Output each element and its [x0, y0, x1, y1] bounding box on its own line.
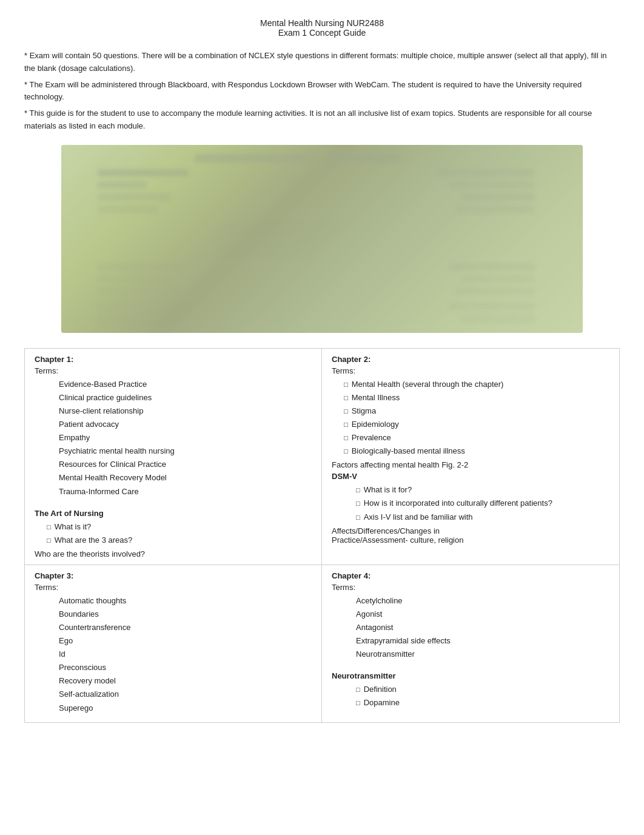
list-item: Self-actualization	[59, 688, 312, 701]
dsmv-list: What is it for? How is it incorporated i…	[332, 483, 609, 523]
chapter1-terms-label: Terms:	[35, 366, 312, 375]
list-item: Prevalence	[344, 431, 609, 444]
list-item: Countertransference	[59, 621, 312, 634]
list-item: Mental Health Recovery Model	[59, 471, 312, 485]
factors-text: Factors affecting mental health Fig. 2-2	[332, 460, 609, 469]
list-item: Preconscious	[59, 661, 312, 674]
intro-para3: * This guide is for the student to use t…	[24, 107, 620, 133]
list-item: Recovery model	[59, 674, 312, 688]
list-item: Biologically-based mental illness	[344, 444, 609, 458]
list-item: Psychiatric mental health nursing	[59, 444, 312, 458]
list-item: Agonist	[356, 608, 609, 621]
header-title-line2: Exam 1 Concept Guide	[24, 28, 620, 38]
chapter4-terms-label: Terms:	[332, 583, 609, 592]
list-item: Stigma	[344, 404, 609, 418]
intro-para2: * The Exam will be administered through …	[24, 79, 620, 104]
grid-row-1: Chapter 1: Terms: Evidence-Based Practic…	[25, 349, 619, 565]
list-item: How is it incorporated into culturally d…	[356, 497, 609, 510]
list-item: Acetylcholine	[356, 594, 609, 608]
list-item: Antagonist	[356, 621, 609, 634]
grid-row-2: Chapter 3: Terms: Automatic thoughts Bou…	[25, 565, 619, 722]
list-item: Ego	[59, 634, 312, 648]
chapter2-terms-label: Terms:	[332, 366, 609, 375]
blurred-image	[61, 145, 583, 333]
list-item: Id	[59, 648, 312, 661]
practice-text: Practice/Assessment- culture, religion	[332, 535, 609, 545]
list-item: Mental Illness	[344, 391, 609, 404]
list-item: Automatic thoughts	[59, 594, 312, 608]
list-item: Trauma-Informed Care	[59, 485, 312, 498]
neurotransmitter-title: Neurotransmitter	[332, 671, 609, 680]
chapter2-cell: Chapter 2: Terms: Mental Health (several…	[322, 349, 619, 565]
list-item: Mental Health (several through the chapt…	[344, 378, 609, 391]
content-grid: Chapter 1: Terms: Evidence-Based Practic…	[24, 348, 620, 723]
list-item: Nurse-client relationship	[59, 404, 312, 418]
list-item: What is it?	[47, 520, 312, 534]
chapter3-cell: Chapter 3: Terms: Automatic thoughts Bou…	[25, 565, 322, 722]
list-item: Dopamine	[356, 696, 609, 709]
art-of-nursing-list: What is it? What are the 3 areas?	[35, 520, 312, 547]
list-item: Definition	[356, 683, 609, 696]
dsmv-title: DSM-V	[332, 472, 609, 481]
chapter4-cell: Chapter 4: Terms: Acetylcholine Agonist …	[322, 565, 619, 722]
chapter1-terms-list: Evidence-Based Practice Clinical practic…	[35, 378, 312, 498]
list-item: Empathy	[59, 431, 312, 444]
page: Mental Health Nursing NUR2488 Exam 1 Con…	[0, 0, 644, 741]
affects-text: Affects/Differences/Changes in	[332, 526, 609, 535]
chapter3-title: Chapter 3:	[35, 571, 312, 580]
list-item: What is it for?	[356, 483, 609, 497]
chapter2-title: Chapter 2:	[332, 355, 609, 364]
intro-para1: * Exam will contain 50 questions. There …	[24, 50, 620, 75]
list-item: What are the 3 areas?	[47, 534, 312, 547]
list-item: Neurotransmitter	[356, 648, 609, 661]
chapter4-title: Chapter 4:	[332, 571, 609, 580]
intro-section: * Exam will contain 50 questions. There …	[24, 50, 620, 133]
chapter2-terms-list: Mental Health (several through the chapt…	[332, 378, 609, 458]
list-item: Extrapyramidal side effects	[356, 634, 609, 648]
list-item: Axis I-V list and be familiar with	[356, 511, 609, 524]
chapter3-terms-label: Terms:	[35, 583, 312, 592]
theorists-text: Who are the theorists involved?	[35, 549, 312, 558]
list-item: Epidemiology	[344, 418, 609, 431]
list-item: Patient advocacy	[59, 418, 312, 431]
list-item: Boundaries	[59, 608, 312, 621]
header-title-line1: Mental Health Nursing NUR2488	[24, 18, 620, 28]
chapter3-terms-list: Automatic thoughts Boundaries Countertra…	[35, 594, 312, 715]
chapter1-title: Chapter 1:	[35, 355, 312, 364]
chapter1-cell: Chapter 1: Terms: Evidence-Based Practic…	[25, 349, 322, 565]
list-item: Evidence-Based Practice	[59, 378, 312, 391]
art-of-nursing-title: The Art of Nursing	[35, 509, 312, 518]
list-item: Resources for Clinical Practice	[59, 458, 312, 471]
list-item: Superego	[59, 702, 312, 715]
page-header: Mental Health Nursing NUR2488 Exam 1 Con…	[24, 18, 620, 38]
neurotransmitter-list: Definition Dopamine	[332, 683, 609, 709]
chapter4-terms-list: Acetylcholine Agonist Antagonist Extrapy…	[332, 594, 609, 661]
list-item: Clinical practice guidelines	[59, 391, 312, 404]
